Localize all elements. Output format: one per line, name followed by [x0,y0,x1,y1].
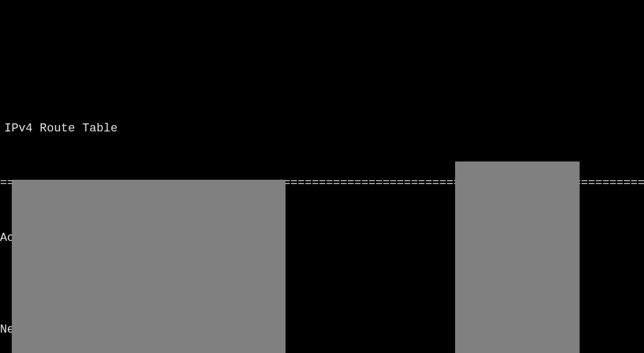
redacted-dest-netmask-block [12,180,286,353]
terminal-output: IPv4 Route Table =======================… [0,73,644,353]
redacted-interface-metric-block [455,161,580,353]
route-table-title: IPv4 Route Table [0,110,644,138]
